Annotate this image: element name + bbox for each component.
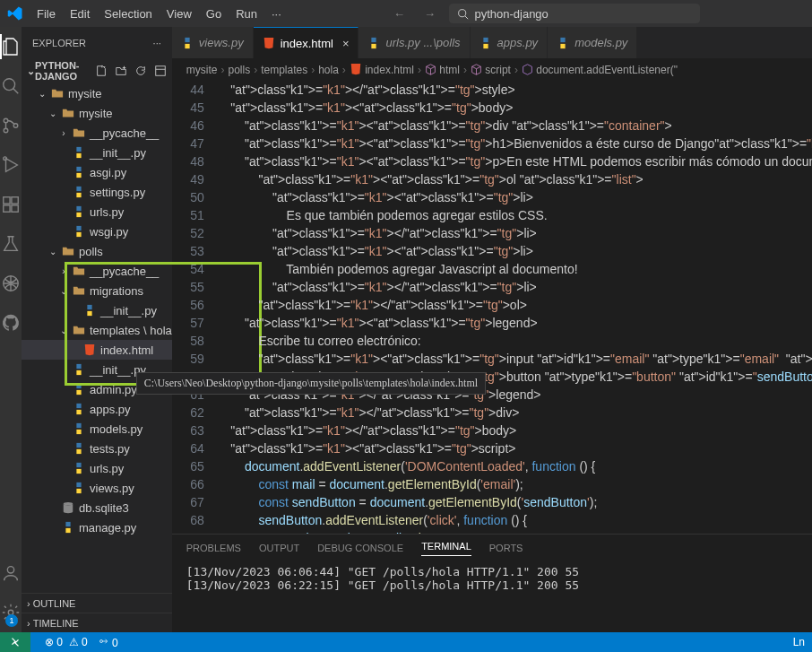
activity-testing-icon[interactable] [0, 233, 22, 255]
nav-back-icon[interactable]: ← [388, 7, 410, 21]
tree-item-mysite[interactable]: ⌄mysite [22, 83, 172, 103]
panel-tabs: PROBLEMSOUTPUTDEBUG CONSOLETERMINALPORTS [172, 535, 812, 561]
tree-item-migrations[interactable]: ⌄migrations [22, 281, 172, 300]
breadcrumb-item[interactable]: hola [318, 64, 339, 76]
menu-edit[interactable]: Edit [64, 4, 96, 24]
remote-indicator[interactable] [0, 632, 30, 652]
activity-explorer-icon[interactable] [0, 36, 22, 57]
new-file-icon[interactable] [95, 65, 108, 77]
tab-views-py[interactable]: views.py [172, 27, 254, 58]
tree-item-polls[interactable]: ⌄polls [22, 241, 172, 261]
outline-section[interactable]: › OUTLINE [22, 593, 172, 613]
activity-scm-icon[interactable] [0, 115, 22, 136]
activity-extensions-icon[interactable] [0, 194, 22, 215]
tree-item-mysite[interactable]: ⌄mysite [22, 103, 172, 123]
panel-tab-debug-console[interactable]: DEBUG CONSOLE [317, 543, 403, 553]
menu-bar: File Edit Selection View Go Run ··· [30, 4, 288, 24]
breadcrumb[interactable]: mysite› polls› templates› hola› index.ht… [172, 58, 812, 81]
tree-item---init---py[interactable]: __init__.py [22, 300, 172, 320]
breadcrumb-item[interactable]: mysite [186, 64, 218, 76]
tab-index-html[interactable]: index.html× [254, 27, 359, 58]
breadcrumb-item[interactable]: document.addEventListener(" [522, 64, 678, 76]
code-editor[interactable]: 4445464748495051525354555657585960616263… [172, 81, 812, 534]
tree-item-label: asgi.py [90, 166, 126, 179]
editor-tabs: views.pyindex.html×urls.py ...\pollsapps… [172, 27, 812, 58]
timeline-section[interactable]: › TIMELINE [22, 613, 172, 632]
tree-item-models-py[interactable]: models.py [22, 419, 172, 439]
tree-item---pycache--[interactable]: ›__pycache__ [22, 123, 172, 143]
tree-item-tests-py[interactable]: tests.py [22, 439, 172, 458]
tree-item-label: __init__.py [100, 304, 157, 317]
project-header[interactable]: ⌄ PYTHON-DJANGO [22, 58, 172, 83]
tree-item-views-py[interactable]: views.py [22, 478, 172, 498]
tree-item-manage-py[interactable]: manage.py [22, 517, 172, 537]
file-icon [181, 37, 194, 49]
menu-selection[interactable]: Selection [98, 4, 158, 24]
menu-view[interactable]: View [160, 4, 198, 24]
activity-github-icon[interactable] [0, 312, 22, 334]
tab-urls-py-----polls[interactable]: urls.py ...\polls [358, 27, 470, 58]
tree-item-label: tests.py [90, 442, 130, 456]
tree-item-index-html[interactable]: index.html [22, 340, 172, 360]
tree-item---pycache--[interactable]: ›__pycache__ [22, 261, 172, 281]
tab-apps-py[interactable]: apps.py [471, 27, 549, 58]
refresh-icon[interactable] [134, 65, 147, 77]
file-icon [72, 323, 86, 337]
breadcrumb-item[interactable]: polls [228, 64, 250, 76]
search-input[interactable]: python-django [449, 4, 700, 23]
status-ports[interactable]: 0 [99, 636, 118, 649]
search-text: python-django [474, 7, 548, 21]
tree-item-urls-py[interactable]: urls.py [22, 458, 172, 478]
tree-item-label: __pycache__ [90, 126, 159, 140]
tree-item-label: __init__.py [90, 146, 146, 160]
tree-item-label: templates \ hola [90, 324, 172, 337]
tree-item-templates---hola[interactable]: ⌄templates \ hola [22, 320, 172, 340]
close-icon[interactable]: × [342, 37, 350, 50]
line-gutter: 4445464748495051525354555657585960616263… [172, 81, 217, 534]
panel-tab-terminal[interactable]: TERMINAL [421, 541, 471, 556]
file-icon [72, 382, 86, 396]
nav-forward-icon[interactable]: → [419, 7, 440, 21]
svg-line-3 [13, 89, 19, 94]
tab-models-py[interactable]: models.py [548, 27, 637, 58]
status-errors[interactable]: ⊗ 0 ⚠ 0 [45, 636, 88, 648]
activity-debug-icon[interactable] [0, 154, 22, 176]
menu-more[interactable]: ··· [265, 4, 288, 24]
menu-file[interactable]: File [30, 4, 62, 24]
panel-tab-problems[interactable]: PROBLEMS [186, 543, 241, 553]
tree-item-urls-py[interactable]: urls.py [22, 202, 172, 222]
panel-tab-output[interactable]: OUTPUT [259, 543, 299, 553]
breadcrumb-item[interactable]: html [425, 64, 460, 76]
accounts-icon[interactable] [0, 562, 22, 584]
status-ln[interactable]: Ln [793, 636, 805, 648]
tree-item-settings-py[interactable]: settings.py [22, 182, 172, 202]
file-tree[interactable]: ⌄mysite⌄mysite›__pycache____init__.pyasg… [22, 83, 172, 593]
tree-item-label: manage.py [79, 521, 136, 535]
tree-item-db-sqlite3[interactable]: db.sqlite3 [22, 498, 172, 517]
code-content[interactable]: "at">class"k1">="k1"></"at">class"k1">="… [217, 81, 812, 534]
tree-item-asgi-py[interactable]: asgi.py [22, 162, 172, 182]
breadcrumb-item[interactable]: templates [261, 64, 307, 76]
collapse-icon[interactable] [154, 65, 167, 77]
tree-item-wsgi-py[interactable]: wsgi.py [22, 222, 172, 241]
file-icon [50, 86, 65, 100]
svg-rect-11 [12, 205, 18, 212]
activity-remote-icon[interactable] [0, 273, 22, 294]
panel-tab-ports[interactable]: PORTS [489, 543, 523, 553]
breadcrumb-item[interactable]: index.html [350, 63, 414, 76]
tree-item-apps-py[interactable]: apps.py [22, 399, 172, 419]
svg-point-0 [459, 9, 466, 16]
tree-item-label: models.py [90, 422, 143, 436]
tree-item-label: mysite [68, 87, 102, 100]
settings-icon[interactable]: 1 [0, 602, 22, 623]
svg-point-2 [4, 79, 15, 91]
new-folder-icon[interactable] [115, 65, 127, 77]
terminal-output[interactable]: [13/Nov/2023 06:06:44] "GET /polls/hola … [172, 561, 812, 632]
menu-run[interactable]: Run [229, 4, 263, 24]
file-icon [82, 343, 97, 357]
tree-item---init---py[interactable]: __init__.py [22, 143, 172, 162]
activity-search-icon[interactable] [0, 75, 22, 97]
menu-go[interactable]: Go [200, 4, 228, 24]
breadcrumb-item[interactable]: script [471, 64, 511, 76]
sidebar-more-icon[interactable]: ··· [153, 38, 161, 48]
